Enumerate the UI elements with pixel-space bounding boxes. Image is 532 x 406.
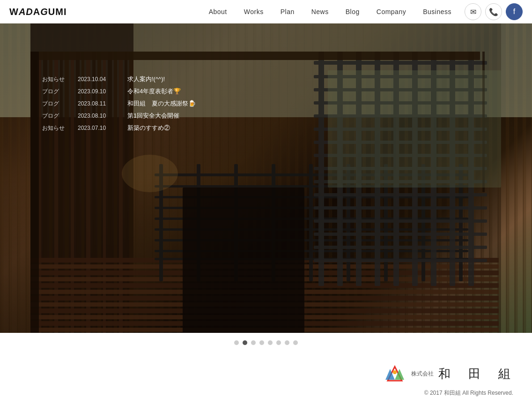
slider-dot-4[interactable] <box>268 340 273 345</box>
svg-rect-82 <box>30 23 501 333</box>
site-footer: 株式会社 和 田 組 © 2017 和田組 All Rights Reserve… <box>0 353 532 406</box>
footer-logo-icon <box>383 362 406 385</box>
slider-dot-7[interactable] <box>293 340 298 345</box>
site-logo[interactable]: WADAGUMI <box>9 6 66 18</box>
nav-company[interactable]: Company <box>368 0 414 23</box>
nav-news[interactable]: News <box>303 0 337 23</box>
news-category: お知らせ <box>42 124 70 132</box>
news-item[interactable]: ブログ 2023.08.10 第1回安全大会開催 <box>42 112 196 120</box>
news-overlay: お知らせ 2023.10.04 求人案内!(^^)! ブログ 2023.09.1… <box>42 75 196 136</box>
svg-point-87 <box>393 370 397 374</box>
news-item[interactable]: ブログ 2023.08.11 和田組 夏の大感謝祭🍺 <box>42 99 196 108</box>
nav-business[interactable]: Business <box>414 0 460 23</box>
news-category: ブログ <box>42 88 70 96</box>
news-title: 求人案内!(^^)! <box>127 75 165 83</box>
nav-blog[interactable]: Blog <box>337 0 368 23</box>
news-date: 2023.10.04 <box>78 76 120 83</box>
footer-logo: 株式会社 和 田 組 <box>19 362 513 385</box>
news-date: 2023.07.10 <box>78 125 120 131</box>
news-item[interactable]: ブログ 2023.09.10 令和4年度表彰者🏆 <box>42 87 196 96</box>
news-date: 2023.08.11 <box>78 100 120 107</box>
hero-image <box>0 23 532 333</box>
slider-dot-3[interactable] <box>259 340 264 345</box>
nav-plan[interactable]: Plan <box>272 0 303 23</box>
news-date: 2023.09.10 <box>78 88 120 95</box>
news-title: 和田組 夏の大感謝祭🍺 <box>127 99 196 108</box>
hero-section: お知らせ 2023.10.04 求人案内!(^^)! ブログ 2023.09.1… <box>0 23 532 333</box>
mail-button[interactable]: ✉ <box>465 3 481 20</box>
slider-dots <box>0 333 532 353</box>
news-item[interactable]: お知らせ 2023.10.04 求人案内!(^^)! <box>42 75 196 83</box>
news-title: 新築のすすめ② <box>127 124 170 132</box>
footer-logo-text: 和 田 組 <box>438 366 513 382</box>
news-date: 2023.08.10 <box>78 113 120 119</box>
news-category: ブログ <box>42 112 70 120</box>
slider-dot-0[interactable] <box>234 340 239 345</box>
footer-copyright: © 2017 和田組 All Rights Reserved. <box>19 389 513 397</box>
site-header: WADAGUMI About Works Plan News Blog Comp… <box>0 0 532 23</box>
header-icons: ✉ 📞 f <box>465 3 523 20</box>
slider-dot-1[interactable] <box>243 340 247 345</box>
slider-dot-5[interactable] <box>276 340 281 345</box>
facebook-button[interactable]: f <box>506 3 523 20</box>
slider-dot-6[interactable] <box>285 340 289 345</box>
nav-works[interactable]: Works <box>236 0 272 23</box>
slider-dot-2[interactable] <box>251 340 256 345</box>
news-category: お知らせ <box>42 75 70 83</box>
nav-about[interactable]: About <box>200 0 236 23</box>
news-title: 第1回安全大会開催 <box>127 112 179 120</box>
news-category: ブログ <box>42 100 70 108</box>
news-list: お知らせ 2023.10.04 求人案内!(^^)! ブログ 2023.09.1… <box>42 75 196 132</box>
phone-button[interactable]: 📞 <box>485 3 502 20</box>
main-nav: About Works Plan News Blog Company Busin… <box>200 0 460 23</box>
news-title: 令和4年度表彰者🏆 <box>127 87 181 96</box>
news-item[interactable]: お知らせ 2023.07.10 新築のすすめ② <box>42 124 196 132</box>
footer-company-kanji: 株式会社 <box>411 370 434 378</box>
